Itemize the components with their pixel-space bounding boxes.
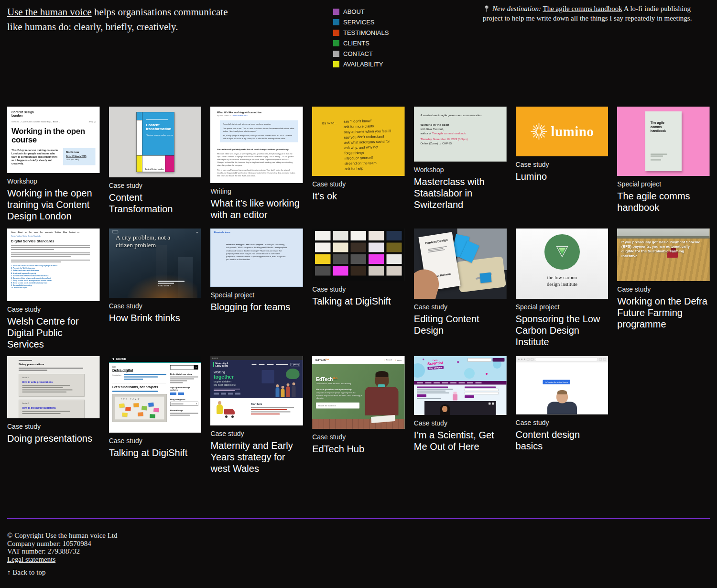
card-category: Case study (414, 419, 507, 427)
pram-wheel (231, 415, 234, 418)
nav-item-availability[interactable]: AVAILABILITY (333, 59, 389, 69)
card-title[interactable]: Content Transformation (109, 192, 202, 215)
promo-link[interactable]: The agile comms handbook (543, 5, 622, 12)
card-thumbnail: ♛GOV.UK Blog Defra digital Organisations… (109, 356, 202, 433)
flyer-title: Working in the open (420, 123, 500, 127)
project-grid-row-3: Doing presentations Section 1 How to wri… (7, 356, 710, 474)
card-thumbnail: ≡ A city problem, not a citizen problem … (109, 229, 202, 298)
organisations: Organisations: (112, 374, 166, 381)
nav-label: ABOUT (343, 8, 365, 15)
nav-item-about[interactable]: ABOUT (333, 6, 389, 17)
section-box: Section 2 How to present presentations (19, 400, 85, 418)
demo-blue-button: Let’s make the button blue or (543, 380, 570, 385)
card-title[interactable]: How Brink thinks (109, 312, 202, 324)
card-title[interactable]: Working on the Defra Future Farming prog… (617, 295, 710, 330)
legal-statements-link[interactable]: Legal statements (7, 555, 55, 563)
card-title[interactable]: The agile comms handbook (617, 190, 710, 213)
project-grid-row-2: Home About us Our work Our approach Tool… (7, 229, 710, 350)
card-lumino[interactable]: lumino Case study Lumino (516, 107, 608, 182)
card-title[interactable]: Talking at DigiShift (312, 295, 405, 307)
card-content-design-basics[interactable]: Let’s make the button blue or Case study… (516, 356, 608, 452)
card-thumbnail: A masterclass in agile government commun… (414, 107, 507, 162)
flyer-line: author of The agile comms handbook (420, 131, 500, 135)
card-title[interactable]: Welsh Centre for Digital Public Services (7, 316, 100, 350)
card-title[interactable]: What it’s like working with an editor (210, 197, 303, 220)
window-dot (518, 359, 520, 360)
nav-item-services[interactable]: SERVICES (333, 17, 389, 27)
card-doing-presentations[interactable]: Doing presentations Section 1 How to wri… (7, 356, 100, 444)
site-name-link[interactable]: Use the human voice (7, 6, 92, 18)
nav-item-clients[interactable]: CLIENTS (333, 38, 389, 48)
sticky-note (125, 407, 131, 411)
card-digishift-govuk[interactable]: ♛GOV.UK Blog Defra digital Organisations… (109, 356, 202, 458)
pram-wheel (225, 415, 228, 418)
card-im-a-scientist[interactable]: I’m a Scientist Stay at Home (414, 356, 507, 452)
card-working-in-the-open-cdl[interactable]: Content Design London Services ⌄ Case st… (7, 107, 100, 222)
card-welsh-centre[interactable]: Home About us Our work Our approach Tool… (7, 229, 100, 350)
hero-line: We are a global research partnership (316, 388, 363, 391)
cover-block (136, 120, 142, 156)
card-title[interactable]: Masterclass with Staatslabor in Switzerl… (414, 176, 507, 210)
card-title[interactable]: Maternity and Early Years strategy for w… (210, 440, 303, 474)
card-title[interactable]: I’m a Scientist, Get Me Out of Here (414, 429, 507, 452)
card-title[interactable]: Lumino (516, 171, 608, 182)
nav-item-testimonials[interactable]: TESTIMONIALS (333, 27, 389, 38)
card-thumbnail: Content transformation Planning, strateg… (109, 107, 202, 177)
sticky-note (480, 272, 492, 283)
cdl-book-now: Book now (66, 151, 93, 153)
card-title[interactable]: Sponsoring the Low Carbon Design Institu… (516, 313, 608, 348)
footer: © Copyright Use the human voice Ltd Comp… (7, 532, 118, 563)
sticky-note (138, 412, 143, 416)
card-editing-content-design[interactable]: Content Design Sarah Richards Case study… (414, 229, 507, 336)
nav-label: CLIENTS (343, 40, 369, 47)
nav-item-contact[interactable]: CONTACT (333, 48, 389, 59)
blog-search: ⌕ (170, 365, 198, 370)
flyer-line: with Giles Turnbull, (420, 127, 500, 131)
site-nav (414, 381, 507, 385)
sidebar-heading: Defra digital: our story (170, 373, 198, 375)
card-thumbnail: Home About us Our work Our approach Tool… (7, 229, 100, 301)
tree (286, 369, 300, 379)
card-masterclass-staatslabor[interactable]: A masterclass in agile government commun… (414, 107, 507, 210)
card-working-with-editor[interactable]: What it’s like working with an editor by… (210, 107, 303, 220)
book-smalltext (428, 246, 447, 253)
footer-rule (7, 518, 710, 519)
card-category: Case study (312, 180, 405, 188)
cover-title: Content transformation (146, 123, 174, 131)
article-quote: Recently I started work with a new team,… (220, 120, 298, 142)
card-title[interactable]: Working in the open training via Content… (7, 187, 100, 222)
card-title[interactable]: Blogging for teams (210, 301, 303, 313)
book-smalltext (651, 153, 676, 160)
card-thumbnail (312, 229, 405, 281)
card-talking-at-digishift[interactable]: Case study Talking at DigiShift (312, 229, 405, 307)
card-low-carbon-design-institute[interactable]: the low carbondesign institute Special p… (516, 229, 608, 348)
card-blogging-for-teams[interactable]: Blogging for teams Make sure every post … (210, 229, 303, 313)
card-title[interactable]: Talking at DigiShift (109, 447, 202, 458)
card-title[interactable]: It’s ok (312, 190, 405, 202)
start-section: Start here (210, 398, 303, 425)
card-agile-comms-handbook[interactable]: The agile comms handbook Special project… (617, 107, 710, 213)
article-subhead: Your editor will probably make lots of s… (217, 148, 296, 151)
card-defra-future-farming[interactable]: If you previously got Basic Payment Sche… (617, 229, 710, 330)
card-content-transformation[interactable]: Content transformation Planning, strateg… (109, 107, 202, 215)
site-logo (112, 230, 118, 233)
main-nav: ABOUT SERVICES TESTIMONIALS CLIENTS CONT… (333, 6, 389, 69)
card-title[interactable]: EdTech Hub (312, 443, 405, 455)
read-more-link: READ MORE › (158, 285, 185, 287)
page-heading: Doing presentations (19, 363, 88, 367)
dot (457, 361, 459, 363)
back-to-top-link[interactable]: ↑ Back to top (7, 568, 45, 576)
nav-swatch-icon (333, 9, 339, 15)
search-input (170, 365, 194, 370)
card-category: Case study (210, 430, 303, 437)
card-maternity-early-years[interactable]: Maternity &Early Years Cymraeg Working t… (210, 356, 303, 474)
card-title[interactable]: Editing Content Design (414, 313, 507, 336)
sticky-note (133, 403, 139, 407)
card-title[interactable]: Content design basics (516, 429, 608, 452)
card-how-brink-thinks[interactable]: ≡ A city problem, not a citizen problem … (109, 229, 202, 324)
card-its-ok[interactable]: It’s ok to... say “I don’t know”ask for … (312, 107, 405, 202)
hero-photo: EdTechHub Clear evidence, better decisio… (312, 364, 405, 429)
card-title[interactable]: Doing presentations (7, 433, 100, 444)
sidebar-heading: Recent blogs (170, 409, 198, 412)
card-edtech-hub[interactable]: EdTechHub ⌕ Search ≡ Menu EdTechHub Clea… (312, 356, 405, 455)
